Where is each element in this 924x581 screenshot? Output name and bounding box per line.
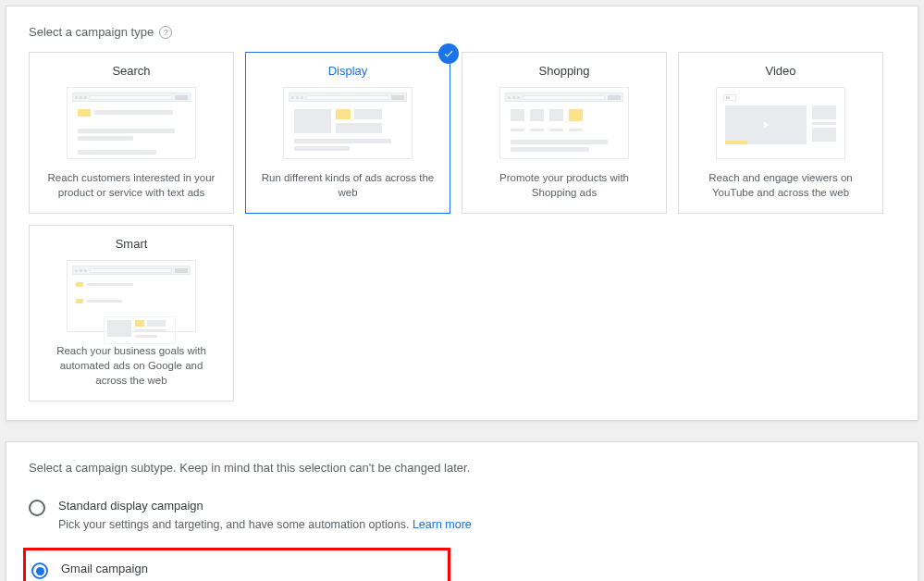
campaign-type-title-row: Select a campaign type ?: [29, 25, 895, 39]
card-desc: Reach customers interested in your produ…: [41, 170, 222, 200]
learn-more-link[interactable]: Learn more: [413, 518, 472, 531]
card-title: Display: [257, 64, 438, 78]
highlight-annotation: Gmail campaign Show interactive ads to p…: [23, 548, 450, 581]
campaign-type-panel: Select a campaign type ? Search Reach cu…: [6, 6, 918, 421]
card-title: Shopping: [474, 64, 655, 78]
campaign-type-grid: Search Reach customers interested in you…: [29, 52, 895, 402]
radio-icon[interactable]: [31, 562, 48, 579]
card-desc: Reach your business goals with automated…: [41, 343, 222, 388]
subtype-option-standard[interactable]: Standard display campaign Pick your sett…: [29, 495, 895, 548]
campaign-type-title: Select a campaign type: [29, 25, 154, 39]
radio-icon[interactable]: [29, 500, 45, 516]
campaign-card-smart[interactable]: Smart: [29, 225, 234, 402]
help-icon[interactable]: ?: [159, 26, 172, 39]
selected-check-icon: [438, 43, 459, 64]
subtype-instruction: Select a campaign subtype. Keep in mind …: [29, 461, 895, 475]
card-desc: Reach and engage viewers on YouTube and …: [690, 170, 871, 200]
campaign-card-shopping[interactable]: Shopping: [462, 52, 667, 214]
campaign-subtype-panel: Select a campaign subtype. Keep in mind …: [6, 441, 918, 581]
card-title: Smart: [41, 237, 222, 251]
thumbnail-search: [67, 87, 196, 159]
campaign-card-display[interactable]: Display: [245, 52, 450, 214]
radio-desc: Pick your settings and targeting, and ha…: [58, 518, 472, 531]
campaign-card-video[interactable]: Video: [678, 52, 883, 214]
thumbnail-display: [283, 87, 413, 159]
card-title: Search: [41, 64, 222, 78]
radio-label: Gmail campaign: [61, 562, 427, 575]
thumbnail-smart: [67, 260, 196, 332]
card-title: Video: [690, 64, 871, 78]
subtype-option-gmail[interactable]: Gmail campaign Show interactive ads to p…: [31, 558, 442, 581]
campaign-card-search[interactable]: Search Reach customers interested in you…: [29, 52, 234, 214]
thumbnail-video: [716, 87, 845, 159]
thumbnail-shopping: [499, 87, 629, 159]
card-desc: Run different kinds of ads across the we…: [257, 170, 438, 200]
card-desc: Promote your products with Shopping ads: [474, 170, 655, 200]
radio-label: Standard display campaign: [58, 499, 472, 513]
